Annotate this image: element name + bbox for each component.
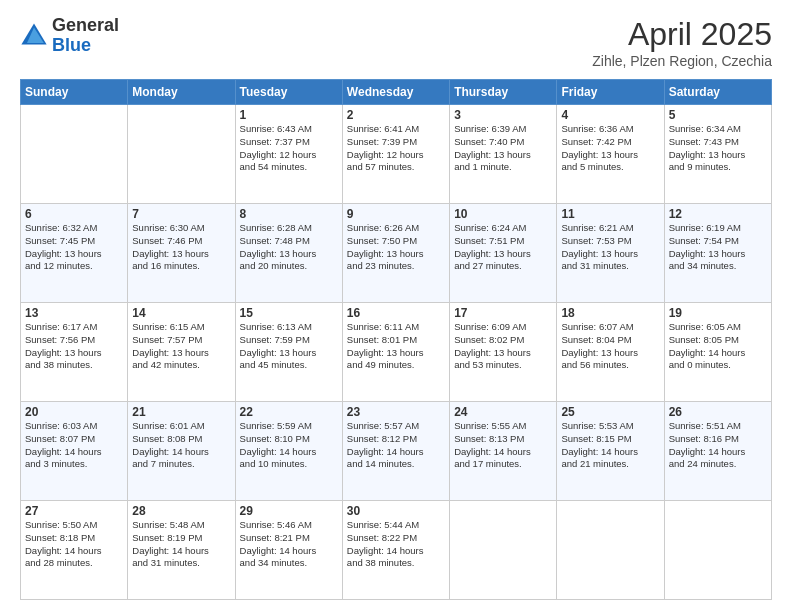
cell-content: Sunrise: 6:43 AM Sunset: 7:37 PM Dayligh…	[240, 123, 338, 174]
day-number: 3	[454, 108, 552, 122]
cell-content: Sunrise: 6:30 AM Sunset: 7:46 PM Dayligh…	[132, 222, 230, 273]
calendar-week-2: 6Sunrise: 6:32 AM Sunset: 7:45 PM Daylig…	[21, 204, 772, 303]
calendar-week-5: 27Sunrise: 5:50 AM Sunset: 8:18 PM Dayli…	[21, 501, 772, 600]
cell-content: Sunrise: 6:17 AM Sunset: 7:56 PM Dayligh…	[25, 321, 123, 372]
day-number: 28	[132, 504, 230, 518]
day-number: 1	[240, 108, 338, 122]
calendar-cell: 16Sunrise: 6:11 AM Sunset: 8:01 PM Dayli…	[342, 303, 449, 402]
col-tuesday: Tuesday	[235, 80, 342, 105]
cell-content: Sunrise: 6:13 AM Sunset: 7:59 PM Dayligh…	[240, 321, 338, 372]
day-number: 19	[669, 306, 767, 320]
day-number: 9	[347, 207, 445, 221]
calendar-cell: 26Sunrise: 5:51 AM Sunset: 8:16 PM Dayli…	[664, 402, 771, 501]
day-number: 12	[669, 207, 767, 221]
cell-content: Sunrise: 5:55 AM Sunset: 8:13 PM Dayligh…	[454, 420, 552, 471]
calendar-cell: 27Sunrise: 5:50 AM Sunset: 8:18 PM Dayli…	[21, 501, 128, 600]
cell-content: Sunrise: 6:07 AM Sunset: 8:04 PM Dayligh…	[561, 321, 659, 372]
day-number: 25	[561, 405, 659, 419]
calendar-cell	[450, 501, 557, 600]
day-number: 27	[25, 504, 123, 518]
day-number: 18	[561, 306, 659, 320]
calendar-cell	[128, 105, 235, 204]
calendar-cell: 10Sunrise: 6:24 AM Sunset: 7:51 PM Dayli…	[450, 204, 557, 303]
header: General Blue April 2025 Zihle, Plzen Reg…	[20, 16, 772, 69]
calendar-cell: 17Sunrise: 6:09 AM Sunset: 8:02 PM Dayli…	[450, 303, 557, 402]
day-number: 2	[347, 108, 445, 122]
calendar-cell: 6Sunrise: 6:32 AM Sunset: 7:45 PM Daylig…	[21, 204, 128, 303]
calendar-cell: 20Sunrise: 6:03 AM Sunset: 8:07 PM Dayli…	[21, 402, 128, 501]
cell-content: Sunrise: 6:26 AM Sunset: 7:50 PM Dayligh…	[347, 222, 445, 273]
cell-content: Sunrise: 5:46 AM Sunset: 8:21 PM Dayligh…	[240, 519, 338, 570]
calendar-cell: 18Sunrise: 6:07 AM Sunset: 8:04 PM Dayli…	[557, 303, 664, 402]
day-number: 4	[561, 108, 659, 122]
calendar-cell: 29Sunrise: 5:46 AM Sunset: 8:21 PM Dayli…	[235, 501, 342, 600]
day-number: 5	[669, 108, 767, 122]
day-number: 24	[454, 405, 552, 419]
day-number: 10	[454, 207, 552, 221]
logo-text: General Blue	[52, 16, 119, 56]
day-number: 15	[240, 306, 338, 320]
calendar-cell: 19Sunrise: 6:05 AM Sunset: 8:05 PM Dayli…	[664, 303, 771, 402]
cell-content: Sunrise: 6:09 AM Sunset: 8:02 PM Dayligh…	[454, 321, 552, 372]
cell-content: Sunrise: 6:36 AM Sunset: 7:42 PM Dayligh…	[561, 123, 659, 174]
month-title: April 2025	[592, 16, 772, 53]
calendar-cell: 11Sunrise: 6:21 AM Sunset: 7:53 PM Dayli…	[557, 204, 664, 303]
col-monday: Monday	[128, 80, 235, 105]
col-saturday: Saturday	[664, 80, 771, 105]
logo-icon	[20, 22, 48, 50]
calendar-cell	[21, 105, 128, 204]
cell-content: Sunrise: 5:44 AM Sunset: 8:22 PM Dayligh…	[347, 519, 445, 570]
day-number: 11	[561, 207, 659, 221]
logo-blue: Blue	[52, 36, 119, 56]
calendar-cell: 14Sunrise: 6:15 AM Sunset: 7:57 PM Dayli…	[128, 303, 235, 402]
day-number: 13	[25, 306, 123, 320]
logo-general: General	[52, 16, 119, 36]
day-number: 22	[240, 405, 338, 419]
cell-content: Sunrise: 6:19 AM Sunset: 7:54 PM Dayligh…	[669, 222, 767, 273]
cell-content: Sunrise: 6:01 AM Sunset: 8:08 PM Dayligh…	[132, 420, 230, 471]
cell-content: Sunrise: 6:34 AM Sunset: 7:43 PM Dayligh…	[669, 123, 767, 174]
calendar-cell	[664, 501, 771, 600]
cell-content: Sunrise: 5:50 AM Sunset: 8:18 PM Dayligh…	[25, 519, 123, 570]
calendar-cell: 5Sunrise: 6:34 AM Sunset: 7:43 PM Daylig…	[664, 105, 771, 204]
cell-content: Sunrise: 5:57 AM Sunset: 8:12 PM Dayligh…	[347, 420, 445, 471]
cell-content: Sunrise: 6:11 AM Sunset: 8:01 PM Dayligh…	[347, 321, 445, 372]
calendar-cell: 13Sunrise: 6:17 AM Sunset: 7:56 PM Dayli…	[21, 303, 128, 402]
col-wednesday: Wednesday	[342, 80, 449, 105]
cell-content: Sunrise: 6:24 AM Sunset: 7:51 PM Dayligh…	[454, 222, 552, 273]
day-number: 6	[25, 207, 123, 221]
calendar-cell: 21Sunrise: 6:01 AM Sunset: 8:08 PM Dayli…	[128, 402, 235, 501]
calendar-cell: 23Sunrise: 5:57 AM Sunset: 8:12 PM Dayli…	[342, 402, 449, 501]
calendar-header-row: Sunday Monday Tuesday Wednesday Thursday…	[21, 80, 772, 105]
day-number: 23	[347, 405, 445, 419]
calendar-cell: 25Sunrise: 5:53 AM Sunset: 8:15 PM Dayli…	[557, 402, 664, 501]
calendar-cell: 8Sunrise: 6:28 AM Sunset: 7:48 PM Daylig…	[235, 204, 342, 303]
col-sunday: Sunday	[21, 80, 128, 105]
page: General Blue April 2025 Zihle, Plzen Reg…	[0, 0, 792, 612]
logo: General Blue	[20, 16, 119, 56]
calendar-cell: 1Sunrise: 6:43 AM Sunset: 7:37 PM Daylig…	[235, 105, 342, 204]
calendar-cell: 7Sunrise: 6:30 AM Sunset: 7:46 PM Daylig…	[128, 204, 235, 303]
cell-content: Sunrise: 6:28 AM Sunset: 7:48 PM Dayligh…	[240, 222, 338, 273]
day-number: 7	[132, 207, 230, 221]
cell-content: Sunrise: 6:05 AM Sunset: 8:05 PM Dayligh…	[669, 321, 767, 372]
calendar-cell: 24Sunrise: 5:55 AM Sunset: 8:13 PM Dayli…	[450, 402, 557, 501]
cell-content: Sunrise: 6:03 AM Sunset: 8:07 PM Dayligh…	[25, 420, 123, 471]
day-number: 29	[240, 504, 338, 518]
title-block: April 2025 Zihle, Plzen Region, Czechia	[592, 16, 772, 69]
day-number: 8	[240, 207, 338, 221]
day-number: 17	[454, 306, 552, 320]
calendar-table: Sunday Monday Tuesday Wednesday Thursday…	[20, 79, 772, 600]
cell-content: Sunrise: 5:59 AM Sunset: 8:10 PM Dayligh…	[240, 420, 338, 471]
calendar-cell: 3Sunrise: 6:39 AM Sunset: 7:40 PM Daylig…	[450, 105, 557, 204]
cell-content: Sunrise: 6:32 AM Sunset: 7:45 PM Dayligh…	[25, 222, 123, 273]
cell-content: Sunrise: 5:53 AM Sunset: 8:15 PM Dayligh…	[561, 420, 659, 471]
calendar-cell: 15Sunrise: 6:13 AM Sunset: 7:59 PM Dayli…	[235, 303, 342, 402]
day-number: 16	[347, 306, 445, 320]
cell-content: Sunrise: 6:21 AM Sunset: 7:53 PM Dayligh…	[561, 222, 659, 273]
cell-content: Sunrise: 6:41 AM Sunset: 7:39 PM Dayligh…	[347, 123, 445, 174]
calendar-week-4: 20Sunrise: 6:03 AM Sunset: 8:07 PM Dayli…	[21, 402, 772, 501]
col-thursday: Thursday	[450, 80, 557, 105]
day-number: 26	[669, 405, 767, 419]
calendar-week-1: 1Sunrise: 6:43 AM Sunset: 7:37 PM Daylig…	[21, 105, 772, 204]
